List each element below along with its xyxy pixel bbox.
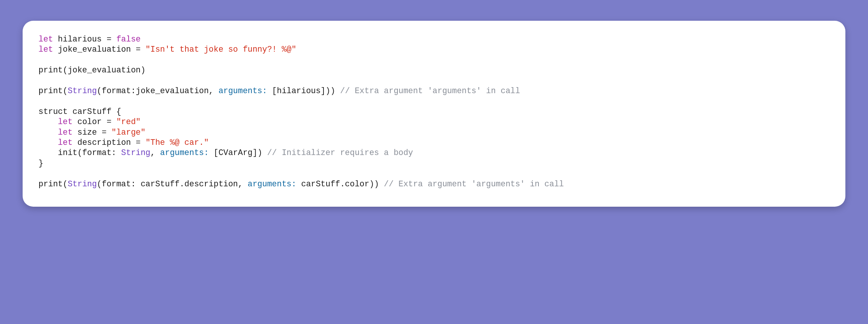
arg-label: arguments: xyxy=(248,180,296,189)
code-line-11: let description = "The %@ car." xyxy=(38,138,830,148)
comment: // Extra argument 'arguments' in call xyxy=(340,86,520,95)
code-line-8: struct carStuff { xyxy=(38,107,830,117)
type-string: String xyxy=(67,86,97,95)
code-line-13: } xyxy=(38,158,830,169)
arg-label: arguments: xyxy=(160,148,209,157)
string-literal: "The %@ car." xyxy=(146,138,209,147)
code-line-9: let color = "red" xyxy=(38,117,830,127)
comment: // Initializer requires a body xyxy=(267,148,413,157)
comment: // Extra argument 'arguments' in call xyxy=(384,180,564,189)
code-line-blank xyxy=(38,76,830,86)
string-literal: "red" xyxy=(116,117,141,126)
code-line-6: print(String(format:joke_evaluation, arg… xyxy=(38,86,830,96)
code-line-blank xyxy=(38,96,830,106)
type-string: String xyxy=(121,148,150,157)
code-block: let hilarious = falselet joke_evaluation… xyxy=(23,21,845,207)
code-line-15: print(String(format: carStuff.descriptio… xyxy=(38,179,830,189)
keyword-false: false xyxy=(116,35,141,44)
keyword-let: let xyxy=(58,138,73,147)
type-string: String xyxy=(67,180,97,189)
code-line-1: let hilarious = false xyxy=(38,34,830,45)
code-line-10: let size = "large" xyxy=(38,127,830,138)
string-literal: "Isn't that joke so funny?! %@" xyxy=(146,45,296,54)
keyword-let: let xyxy=(38,45,53,54)
keyword-let: let xyxy=(58,117,73,126)
keyword-let: let xyxy=(58,128,73,137)
code-line-12: init(format: String, arguments: [CVarArg… xyxy=(38,148,830,158)
arg-label: arguments: xyxy=(218,86,267,95)
code-line-4: print(joke_evaluation) xyxy=(38,65,830,75)
code-line-blank xyxy=(38,55,830,65)
string-literal: "large" xyxy=(112,128,146,137)
code-line-blank xyxy=(38,169,830,179)
keyword-let: let xyxy=(38,35,53,44)
code-line-2: let joke_evaluation = "Isn't that joke s… xyxy=(38,45,830,55)
